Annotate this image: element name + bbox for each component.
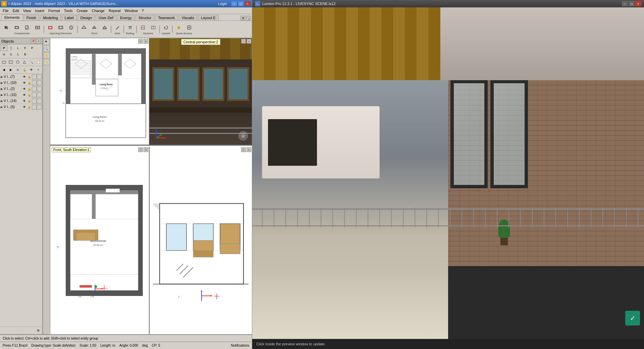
- obj-color-btn[interactable]: [32, 93, 37, 97]
- tab-finish[interactable]: Finish: [23, 15, 39, 20]
- view-btn-2[interactable]: [8, 59, 14, 65]
- lumion-render-viewport[interactable]: ✓: [252, 7, 644, 339]
- obj-color-btn[interactable]: [32, 87, 37, 91]
- allplan-maximize-btn[interactable]: □: [238, 1, 244, 6]
- obj-type-c[interactable]: C: [8, 51, 14, 57]
- allplan-close-btn[interactable]: ×: [245, 1, 251, 6]
- tab-user-def[interactable]: User-Def: [96, 15, 116, 20]
- tb-roof-1[interactable]: [79, 23, 89, 32]
- view-btn-3[interactable]: [14, 59, 21, 65]
- menu-repeat[interactable]: Repeat: [107, 8, 122, 13]
- view-btn-4[interactable]: [21, 59, 28, 65]
- tab-label[interactable]: Label: [62, 15, 77, 20]
- obj-lock-btn[interactable]: 🔒: [27, 74, 32, 79]
- menu-edit[interactable]: Edit: [11, 8, 21, 13]
- tab-visualiz[interactable]: Visualiz: [179, 15, 198, 20]
- login-button[interactable]: Login: [218, 2, 227, 6]
- objects-gear-btn[interactable]: ⚙: [35, 328, 42, 334]
- menu-window[interactable]: Window: [122, 8, 140, 13]
- nav-btn-3[interactable]: [14, 67, 21, 73]
- floor-plan-bottom-viewport[interactable]: Wohnzimmer 92.59 m² 75: [50, 147, 150, 334]
- obj-eye-btn[interactable]: 👁: [22, 105, 26, 109]
- obj-color-btn[interactable]: [32, 81, 37, 85]
- list-item[interactable]: ▶ V I...(5) 👁 🔒: [0, 104, 42, 110]
- obj-color-btn[interactable]: [32, 105, 37, 109]
- nav-btn-5[interactable]: 👁: [28, 67, 35, 73]
- tb-window-btn[interactable]: [33, 23, 43, 32]
- vp-3d-btn2[interactable]: ×: [247, 39, 251, 44]
- tab-teamwork[interactable]: Teamwork: [155, 15, 178, 20]
- list-item[interactable]: ▶ V I...(14) 👁 🔒: [0, 98, 42, 104]
- tb-section-2[interactable]: [148, 23, 158, 32]
- lt-pan-btn[interactable]: ✋: [44, 52, 50, 58]
- tb-opening-2[interactable]: [56, 23, 66, 32]
- tab-structur[interactable]: Structur: [136, 15, 155, 20]
- lt-measure-btn[interactable]: 📏: [44, 59, 50, 65]
- obj-type-b[interactable]: B: [22, 51, 29, 57]
- nav-btn-6[interactable]: +: [35, 67, 42, 73]
- obj-eye-btn[interactable]: 👁: [22, 93, 26, 97]
- obj-eye-btn[interactable]: 👁: [22, 81, 26, 85]
- lumion-maximize-btn[interactable]: □: [629, 1, 635, 6]
- obj-type-p2[interactable]: P: [29, 45, 36, 51]
- list-item[interactable]: ▶ V I...(15) 👁 🔒: [0, 92, 42, 98]
- view-btn-5[interactable]: 🔍: [28, 59, 35, 65]
- tb-roof-3[interactable]: [100, 23, 110, 32]
- lumion-minimize-btn[interactable]: −: [622, 1, 628, 6]
- tb-door-btn[interactable]: [22, 23, 32, 32]
- obj-eye-btn[interactable]: 👁: [22, 74, 26, 79]
- nav-btn-4[interactable]: 🔒: [21, 67, 28, 73]
- tb-opening-3[interactable]: [66, 23, 76, 32]
- tb-quick-1[interactable]: [174, 23, 184, 32]
- obj-lock-btn[interactable]: 🔒: [27, 105, 32, 109]
- list-item[interactable]: ▶ V I...(10) 👁 🔒: [0, 80, 42, 86]
- menu-format[interactable]: Format: [46, 8, 62, 13]
- viewport-compass[interactable]: ⊕: [238, 131, 248, 141]
- tb-stair-1[interactable]: [112, 23, 122, 32]
- vp-3d-btn1[interactable]: □: [241, 39, 246, 44]
- tb-railing-1[interactable]: [125, 23, 135, 32]
- menu-change[interactable]: Change: [90, 8, 107, 13]
- floor-plan-viewport[interactable]: L1/Rise 18.2/270: [50, 38, 150, 145]
- list-item[interactable]: ▶ V I...(7) 👁 🔒: [0, 74, 42, 80]
- obj-type-p[interactable]: P: [1, 45, 7, 51]
- tab-elements[interactable]: Elements: [1, 14, 23, 20]
- menu-view[interactable]: View: [21, 8, 33, 13]
- vp-br-btn2[interactable]: ×: [247, 147, 251, 152]
- objects-close-btn[interactable]: ×: [36, 39, 41, 44]
- tb-select-btn[interactable]: [1, 23, 11, 32]
- elevation-viewport[interactable]: Z □ ×: [150, 147, 252, 334]
- viewport-3d-perspective[interactable]: Central perspective:2: [150, 38, 252, 145]
- vp-tl-btn2[interactable]: ×: [144, 39, 148, 44]
- vp-tl-btn1[interactable]: □: [138, 39, 143, 44]
- obj-type-l[interactable]: L: [15, 45, 21, 51]
- tab-energy[interactable]: Energy: [117, 15, 135, 20]
- vp-bl-btn2[interactable]: ×: [144, 147, 148, 152]
- lumion-confirm-btn[interactable]: ✓: [625, 311, 640, 326]
- nav-btn-1[interactable]: ◀: [1, 67, 7, 73]
- vp-bl-btn1[interactable]: □: [138, 147, 143, 152]
- tb-quick-2[interactable]: [184, 23, 194, 32]
- obj-lock-btn[interactable]: 🔒: [27, 87, 32, 91]
- obj-color-btn[interactable]: [32, 74, 37, 79]
- tab-modeling[interactable]: Modeling: [40, 15, 61, 20]
- tab-design[interactable]: Design: [77, 15, 95, 20]
- obj-lock-btn[interactable]: 🔒: [27, 81, 32, 85]
- obj-lock-btn[interactable]: 🔒: [27, 93, 32, 97]
- objects-pin-btn[interactable]: 📌: [31, 39, 36, 44]
- menu-file[interactable]: File: [1, 8, 11, 13]
- vp-br-btn1[interactable]: □: [241, 147, 246, 152]
- menu-insert[interactable]: Insert: [33, 8, 46, 13]
- obj-eye-btn[interactable]: 👁: [22, 87, 26, 91]
- tab-layout-e[interactable]: Layout E: [198, 15, 218, 20]
- menu-tools[interactable]: Tools: [62, 8, 75, 13]
- obj-lock-btn[interactable]: 🔒: [27, 99, 32, 103]
- obj-color-btn[interactable]: [32, 99, 37, 103]
- toolbar-settings-btn[interactable]: ⚙: [240, 16, 245, 20]
- menu-help[interactable]: ?: [140, 8, 146, 13]
- tb-opening-1[interactable]: [45, 23, 55, 32]
- lt-zoom-btn[interactable]: 🔍: [44, 46, 50, 52]
- notifications-label[interactable]: Notifications: [231, 344, 249, 347]
- obj-eye-btn[interactable]: 👁: [22, 99, 26, 103]
- obj-type-l2[interactable]: L: [15, 51, 21, 57]
